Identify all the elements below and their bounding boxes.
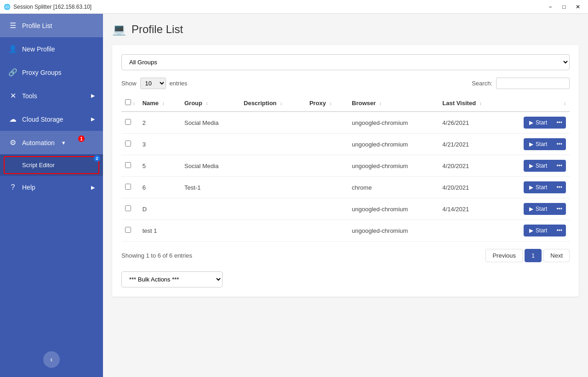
more-button[interactable]: •••	[553, 181, 566, 193]
col-actions: ↕	[505, 95, 570, 112]
close-button[interactable]: ✕	[571, 2, 584, 12]
start-button[interactable]: ▶ Start	[524, 138, 553, 150]
sidebar-item-script-editor[interactable]: Script Editor	[5, 157, 98, 173]
row-checkbox[interactable]	[125, 227, 131, 233]
row-checkbox[interactable]	[125, 184, 131, 190]
row-checkbox[interactable]	[125, 162, 131, 168]
play-icon: ▶	[529, 163, 533, 169]
row-browser: ungoogled-chromium	[348, 220, 439, 242]
maximize-button[interactable]: □	[558, 2, 571, 12]
start-button[interactable]: ▶ Start	[524, 181, 553, 193]
sidebar-item-label: Cloud Storage	[22, 116, 63, 123]
group-select[interactable]: All Groups	[121, 54, 570, 70]
col-last-visited: Last Visited ↕	[439, 95, 505, 112]
row-last-visited	[439, 220, 505, 242]
row-proxy	[306, 112, 348, 134]
play-icon: ▶	[529, 184, 533, 191]
start-button[interactable]: ▶ Start	[524, 203, 553, 215]
proxy-groups-icon: 🔗	[8, 68, 17, 77]
minimize-button[interactable]: −	[544, 2, 557, 12]
row-browser: chrome	[348, 177, 439, 198]
start-button[interactable]: ▶ Start	[524, 160, 553, 172]
row-checkbox-cell	[121, 220, 139, 242]
app-body: ☰ Profile List 👤 New Profile 🔗 Proxy Gro…	[0, 14, 588, 377]
sidebar-item-cloud-storage[interactable]: ☁ Cloud Storage ▶	[0, 107, 103, 131]
previous-button[interactable]: Previous	[485, 249, 523, 262]
sidebar-item-new-profile[interactable]: 👤 New Profile	[0, 37, 103, 61]
row-proxy	[306, 177, 348, 198]
row-num: 3	[139, 134, 181, 155]
row-num: 6	[139, 177, 181, 198]
sidebar-item-profile-list[interactable]: ☰ Profile List	[0, 14, 103, 37]
start-button[interactable]: ▶ Start	[524, 117, 553, 129]
col-group: Group ↕	[181, 95, 240, 112]
table-footer: Showing 1 to 6 of 6 entries Previous 1 N…	[121, 249, 570, 262]
sidebar-item-tools[interactable]: ✕ Tools ▶	[0, 84, 103, 107]
next-button[interactable]: Next	[543, 249, 570, 262]
row-checkbox[interactable]	[125, 141, 131, 146]
more-button[interactable]: •••	[553, 117, 566, 129]
row-num: 2	[139, 112, 181, 134]
page-1-button[interactable]: 1	[525, 249, 542, 262]
action-btn-group: ▶ Start •••	[524, 160, 566, 172]
row-group	[181, 134, 240, 155]
action-btn-group: ▶ Start •••	[524, 117, 566, 129]
script-editor-wrapper: Script Editor 2	[4, 156, 99, 174]
start-button[interactable]: ▶ Start	[524, 225, 553, 236]
search-wrap: Search:	[472, 78, 570, 89]
sidebar-collapse-button[interactable]: ‹	[43, 351, 60, 368]
row-browser: ungoogled-chromium	[348, 112, 439, 134]
row-actions: ▶ Start •••	[505, 220, 570, 242]
table-row: D ungoogled-chromium 4/14/2021 ▶ Start •…	[121, 198, 570, 220]
select-all-checkbox[interactable]	[125, 99, 131, 105]
table-row: 5 Social Media ungoogled-chromium 4/20/2…	[121, 155, 570, 177]
sidebar: ☰ Profile List 👤 New Profile 🔗 Proxy Gro…	[0, 14, 103, 377]
sidebar-item-proxy-groups[interactable]: 🔗 Proxy Groups	[0, 61, 103, 84]
desc-sort-icon: ↕	[280, 101, 282, 106]
app-title: Session Splitter [162.158.63.10]	[13, 4, 91, 10]
table-row: test 1 ungoogled-chromium ▶ Start •••	[121, 220, 570, 242]
bulk-actions-select[interactable]: *** Bulk Actions *** Delete Selected Exp…	[121, 271, 223, 287]
lastvisited-sort-icon: ↕	[480, 101, 482, 106]
row-num: D	[139, 198, 181, 220]
sidebar-item-label: Profile List	[22, 22, 52, 29]
row-checkbox-cell	[121, 134, 139, 155]
sidebar-item-help[interactable]: ? Help ▶	[0, 176, 103, 199]
col-name: Name ↕	[139, 95, 181, 112]
more-button[interactable]: •••	[553, 160, 566, 172]
row-checkbox[interactable]	[125, 205, 131, 211]
page-title: Profile List	[131, 23, 183, 36]
row-description	[240, 177, 306, 198]
more-button[interactable]: •••	[553, 138, 566, 150]
titlebar: 🌐 Session Splitter [162.158.63.10] − □ ✕	[0, 0, 588, 14]
name-sort-icon: ↕	[162, 101, 165, 106]
row-proxy	[306, 155, 348, 177]
table-controls: Show 10 25 50 100 entries Search:	[121, 78, 570, 89]
sidebar-item-label: Proxy Groups	[22, 69, 62, 76]
sidebar-item-label: New Profile	[22, 45, 55, 53]
sidebar-item-automation[interactable]: ⚙ Automation 1 ▼	[0, 131, 103, 154]
row-last-visited: 4/26/2021	[439, 112, 505, 134]
row-actions: ▶ Start •••	[505, 134, 570, 155]
col-proxy: Proxy ↕	[306, 95, 348, 112]
row-description	[240, 198, 306, 220]
more-button[interactable]: •••	[553, 225, 566, 236]
row-browser: ungoogled-chromium	[348, 198, 439, 220]
row-checkbox[interactable]	[125, 119, 131, 125]
action-btn-group: ▶ Start •••	[524, 203, 566, 215]
entries-select[interactable]: 10 25 50 100	[140, 78, 166, 89]
titlebar-left: 🌐 Session Splitter [162.158.63.10]	[4, 4, 91, 10]
action-btn-group: ▶ Start •••	[524, 181, 566, 193]
row-proxy	[306, 134, 348, 155]
automation-icon: ⚙	[8, 138, 17, 147]
content-card: All Groups Show 10 25 50 100 entries Sea…	[112, 45, 579, 297]
proxy-sort-icon: ↕	[330, 101, 332, 106]
row-last-visited: 4/20/2021	[439, 177, 505, 198]
search-input[interactable]	[496, 78, 570, 89]
more-button[interactable]: •••	[553, 203, 566, 215]
row-last-visited: 4/20/2021	[439, 155, 505, 177]
titlebar-controls: − □ ✕	[544, 2, 584, 12]
script-editor-label: Script Editor	[22, 162, 55, 169]
row-browser: ungoogled-chromium	[348, 155, 439, 177]
app-icon: 🌐	[4, 4, 11, 10]
